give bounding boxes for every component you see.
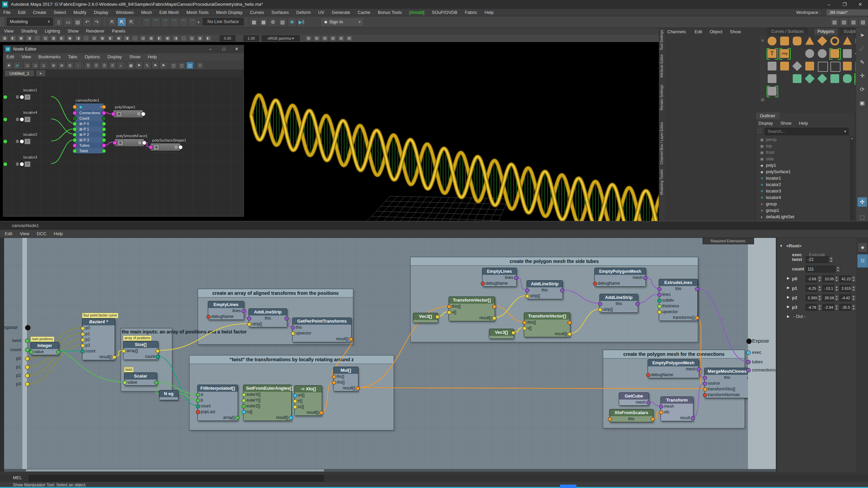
canvas-node-integer[interactable]: Integervalue <box>31 342 59 355</box>
canvas-node-emptylines[interactable]: EmptyLineslinesdebugName <box>208 301 244 320</box>
stepper-twist[interactable]: ▲▼ <box>829 256 834 263</box>
menu-show[interactable]: Show <box>129 54 140 59</box>
output-port[interactable] <box>289 416 293 420</box>
output-port[interactable] <box>356 386 360 390</box>
menu-mesh-tools[interactable]: Mesh Tools <box>186 10 209 15</box>
node-menu-icon[interactable]: ≣ <box>138 140 141 145</box>
node-menu-icon[interactable]: ≣ <box>137 111 140 116</box>
select-tool-icon[interactable]: ➤ <box>857 30 867 40</box>
expand-arrow-p2[interactable]: ▶ <box>787 295 790 299</box>
canvas-node-emptypolygonmesh[interactable]: EmptyPolygonMeshmeshdebugName <box>648 359 699 378</box>
twist-port[interactable] <box>25 339 29 343</box>
sign-in-dropdown[interactable]: ☻ Sign In▾ <box>320 18 364 26</box>
ipr-render-icon[interactable]: ▩ <box>259 18 268 26</box>
mode-selector-dropdown[interactable]: Modeling▾ <box>7 18 53 26</box>
poly-torus-icon[interactable] <box>830 37 839 45</box>
input-port[interactable] <box>242 404 246 408</box>
header-out-port[interactable] <box>102 105 106 109</box>
root-expand-arrow[interactable]: ▼ <box>780 244 783 248</box>
tubes-port[interactable] <box>746 360 751 364</box>
menu-help[interactable]: Help <box>54 231 63 236</box>
close-button[interactable]: ✕ <box>852 0 868 9</box>
menu-display[interactable]: Display <box>758 121 773 126</box>
stepper-p0-2[interactable]: ▲▼ <box>851 276 856 282</box>
input-port[interactable] <box>659 410 663 414</box>
row-in-port[interactable] <box>73 127 77 131</box>
layout-1-icon[interactable]: ☰ <box>84 62 92 69</box>
uv-bend-icon[interactable] <box>805 74 814 83</box>
input-port[interactable] <box>522 321 527 325</box>
expand-arrow-p1[interactable]: ▶ <box>787 286 790 289</box>
stepper-p2-2[interactable]: ▲▼ <box>851 294 856 301</box>
canvas-h-scroll-thumb[interactable] <box>26 469 324 471</box>
side-tab-modeling-toolkit[interactable]: Modeling Toolkit <box>659 169 664 195</box>
output-port[interactable] <box>3 162 7 166</box>
outliner-search-input[interactable]: Search... ▾ <box>765 128 849 135</box>
layout-3-icon[interactable]: ☰ <box>101 62 108 69</box>
input-port[interactable] <box>447 305 451 309</box>
canvas-node-bezier4-[interactable]: Bezier4 *p0p1p2p3countresult[] <box>82 318 115 360</box>
viewport-toggle-icon[interactable]: ▣ <box>66 35 73 41</box>
canvas-node-n-eg[interactable]: N eg <box>159 390 178 400</box>
stepper-p1-2[interactable]: ▲▼ <box>851 285 856 292</box>
output-port[interactable] <box>695 316 699 320</box>
input-port[interactable] <box>703 387 707 391</box>
menu-curves[interactable]: Curves <box>250 10 264 15</box>
ne-close-button[interactable]: ✕ <box>232 45 242 53</box>
outliner-item-locator2[interactable]: ✳locator2 <box>756 182 849 188</box>
input-port[interactable] <box>525 288 529 292</box>
input-port[interactable] <box>608 417 612 421</box>
bookmark-next-icon[interactable]: ⚑ <box>160 62 167 69</box>
row-out-port[interactable] <box>102 116 106 121</box>
input-port[interactable] <box>113 141 117 145</box>
canvas-node-row-p-0[interactable]: ⊞ P 0 <box>75 121 104 126</box>
menu-edit[interactable]: Edit <box>5 231 12 236</box>
node-menu-icon[interactable]: ≣ <box>174 145 178 149</box>
menu-help[interactable]: Help <box>485 10 494 15</box>
node-polySmoothFace1[interactable]: ◈≣ <box>114 139 144 147</box>
menu-help[interactable]: Help <box>799 121 808 126</box>
menu-view[interactable]: View <box>4 28 14 34</box>
canvas-node--xfo-[interactable]: -> Xfo[]ori[]tr[]sc[]result[] <box>294 385 322 416</box>
canvas-node-emptypolygonmesh[interactable]: EmptyPolygonMeshmeshdebugName <box>594 268 646 287</box>
canvas-node-emptylines[interactable]: EmptyLineslinesdebugName <box>482 268 517 287</box>
canvas-node-vec3-[interactable]: Vec3[] <box>413 313 438 323</box>
outliner-toggle-icon[interactable]: ▧ <box>830 18 839 26</box>
node-menu-icon[interactable]: ≣ <box>16 162 19 166</box>
separate-icon[interactable] <box>843 49 852 58</box>
outliner-item-poly1[interactable]: ◈poly1 <box>756 162 849 169</box>
outliner-filter-icon[interactable]: ⛶ <box>758 128 761 134</box>
input-port[interactable] <box>293 405 297 409</box>
search-icon[interactable]: ⌕ <box>117 62 124 69</box>
side-tab-channel-box-layer-editor[interactable]: Channel Box / Layer Editor <box>659 122 664 165</box>
output-port[interactable] <box>643 276 647 280</box>
node-editor-title-bar[interactable]: M Node Editor – □ ✕ <box>3 45 244 54</box>
menu-show[interactable]: Show <box>781 121 792 126</box>
output-port[interactable] <box>646 401 650 405</box>
viewport-toggle-icon[interactable]: ◧ <box>58 35 65 41</box>
output-port[interactable] <box>156 349 160 353</box>
combine-icon[interactable] <box>830 49 839 58</box>
render-icon[interactable]: ▦ <box>250 18 258 26</box>
save-scene-icon[interactable]: ▤ <box>73 18 82 26</box>
viewport-toggle-icon[interactable]: ▦ <box>148 35 155 41</box>
outliner-item-side[interactable]: ▣side <box>756 156 849 162</box>
outliner-item-polysurface1[interactable]: ◈polySurface1 <box>756 169 849 175</box>
canvas-node-transformvector-[interactable]: TransformVector[]this[]v[]result[] <box>449 297 495 321</box>
canvas-node-scalar[interactable]: Scalarvalue <box>124 372 157 386</box>
input-port[interactable] <box>20 139 24 144</box>
canvas-node-row-tubes[interactable]: Tubes <box>75 143 104 148</box>
stepper-count[interactable]: ▲▼ <box>835 266 841 272</box>
menu-bonus-tools[interactable]: Bonus Tools <box>378 10 402 15</box>
menu-show[interactable]: Show <box>730 29 741 34</box>
shelf-menu-handle-icon[interactable]: ≡ <box>760 38 766 43</box>
menu-display[interactable]: Display <box>107 54 122 59</box>
row-out-port[interactable] <box>102 143 106 148</box>
outliner-item-group1[interactable]: ➤group1 <box>756 207 849 214</box>
row-in-port[interactable] <box>73 149 77 153</box>
menu-edit[interactable]: Edit <box>6 54 14 59</box>
input-port[interactable] <box>703 376 707 380</box>
input-port[interactable] <box>703 382 707 386</box>
menu-options[interactable]: Options <box>85 54 100 59</box>
input-port[interactable] <box>81 349 85 353</box>
